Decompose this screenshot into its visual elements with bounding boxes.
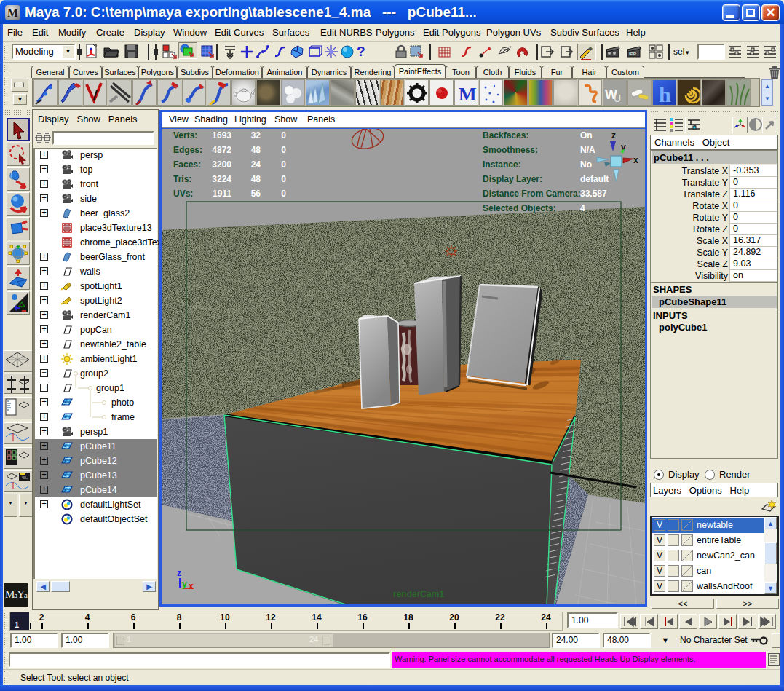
svg-text:M: M	[459, 84, 477, 105]
svg-text:y: y	[182, 579, 187, 589]
svg-text:x: x	[189, 581, 194, 591]
svg-text:z: z	[177, 568, 181, 578]
svg-text:U: U	[614, 92, 621, 104]
svg-text:renderCam1: renderCam1	[393, 589, 444, 599]
svg-text:h: h	[659, 82, 671, 106]
svg-text:x: x	[633, 155, 638, 165]
svg-text:IPR: IPR	[629, 52, 637, 56]
svg-text:z: z	[611, 130, 616, 141]
